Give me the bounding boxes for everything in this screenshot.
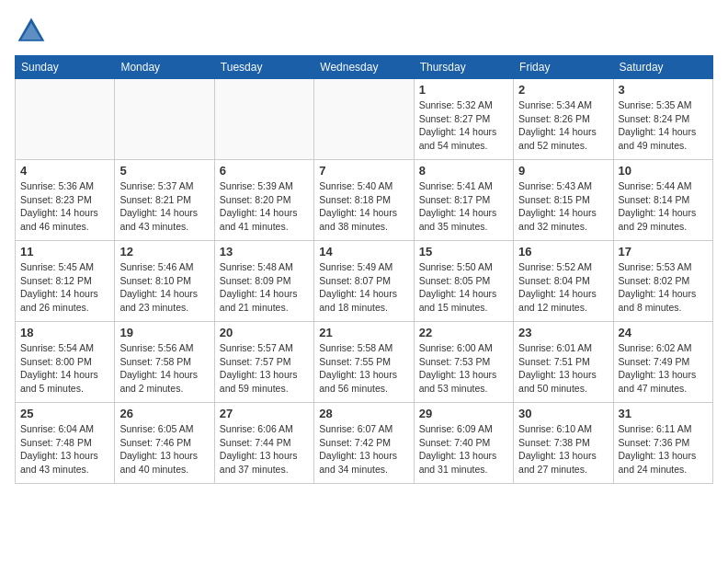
day-number: 26	[119, 407, 209, 420]
calendar-table: SundayMondayTuesdayWednesdayThursdayFrid…	[15, 55, 713, 484]
calendar-cell: 25Sunrise: 6:04 AM Sunset: 7:48 PM Dayli…	[16, 403, 115, 484]
day-number: 25	[20, 407, 109, 420]
day-info: Sunrise: 5:35 AM Sunset: 8:24 PM Dayligh…	[619, 98, 708, 153]
logo	[15, 15, 51, 48]
calendar-cell: 1Sunrise: 5:32 AM Sunset: 8:27 PM Daylig…	[414, 79, 513, 160]
calendar-cell: 28Sunrise: 6:07 AM Sunset: 7:42 PM Dayli…	[314, 403, 414, 484]
day-number: 17	[619, 245, 708, 259]
day-header: Wednesday	[314, 56, 414, 79]
day-header: Saturday	[613, 56, 712, 79]
day-info: Sunrise: 5:58 AM Sunset: 7:55 PM Dayligh…	[319, 341, 408, 396]
calendar-week-row: 4Sunrise: 5:36 AM Sunset: 8:23 PM Daylig…	[16, 160, 713, 241]
day-info: Sunrise: 5:48 AM Sunset: 8:09 PM Dayligh…	[220, 260, 309, 315]
day-number: 28	[319, 407, 408, 420]
day-number: 30	[518, 407, 608, 420]
day-number: 18	[20, 326, 109, 339]
calendar-cell: 19Sunrise: 5:56 AM Sunset: 7:58 PM Dayli…	[115, 322, 214, 403]
day-info: Sunrise: 6:02 AM Sunset: 7:49 PM Dayligh…	[619, 341, 708, 396]
calendar-cell: 24Sunrise: 6:02 AM Sunset: 7:49 PM Dayli…	[613, 322, 712, 403]
calendar-cell: 14Sunrise: 5:49 AM Sunset: 8:07 PM Dayli…	[314, 241, 414, 322]
day-number: 11	[20, 245, 109, 259]
day-info: Sunrise: 5:46 AM Sunset: 8:10 PM Dayligh…	[119, 260, 209, 315]
day-header: Friday	[514, 56, 613, 79]
day-info: Sunrise: 5:39 AM Sunset: 8:20 PM Dayligh…	[220, 179, 309, 234]
calendar-cell: 30Sunrise: 6:10 AM Sunset: 7:38 PM Dayli…	[514, 403, 613, 484]
day-info: Sunrise: 5:54 AM Sunset: 8:00 PM Dayligh…	[20, 341, 109, 396]
day-number: 31	[619, 407, 708, 420]
day-number: 21	[319, 326, 408, 339]
day-info: Sunrise: 5:34 AM Sunset: 8:26 PM Dayligh…	[518, 98, 608, 153]
calendar-cell: 4Sunrise: 5:36 AM Sunset: 8:23 PM Daylig…	[16, 160, 115, 241]
day-header: Sunday	[16, 56, 115, 79]
day-number: 4	[20, 164, 109, 178]
day-info: Sunrise: 6:07 AM Sunset: 7:42 PM Dayligh…	[319, 422, 408, 477]
day-info: Sunrise: 6:04 AM Sunset: 7:48 PM Dayligh…	[20, 422, 109, 477]
day-header: Tuesday	[214, 56, 313, 79]
day-header: Monday	[115, 56, 214, 79]
day-info: Sunrise: 5:37 AM Sunset: 8:21 PM Dayligh…	[119, 179, 209, 234]
day-number: 3	[619, 83, 708, 97]
day-info: Sunrise: 6:05 AM Sunset: 7:46 PM Dayligh…	[119, 422, 209, 477]
calendar-cell: 27Sunrise: 6:06 AM Sunset: 7:44 PM Dayli…	[214, 403, 313, 484]
calendar-cell: 17Sunrise: 5:53 AM Sunset: 8:02 PM Dayli…	[613, 241, 712, 322]
calendar-cell: 29Sunrise: 6:09 AM Sunset: 7:40 PM Dayli…	[414, 403, 513, 484]
calendar-cell: 7Sunrise: 5:40 AM Sunset: 8:18 PM Daylig…	[314, 160, 414, 241]
day-number: 5	[119, 164, 209, 178]
day-info: Sunrise: 6:10 AM Sunset: 7:38 PM Dayligh…	[518, 422, 608, 477]
calendar-week-row: 1Sunrise: 5:32 AM Sunset: 8:27 PM Daylig…	[16, 79, 713, 160]
day-info: Sunrise: 5:49 AM Sunset: 8:07 PM Dayligh…	[319, 260, 408, 315]
calendar-cell: 31Sunrise: 6:11 AM Sunset: 7:36 PM Dayli…	[613, 403, 712, 484]
calendar-cell: 15Sunrise: 5:50 AM Sunset: 8:05 PM Dayli…	[414, 241, 513, 322]
day-info: Sunrise: 5:56 AM Sunset: 7:58 PM Dayligh…	[119, 341, 209, 396]
day-info: Sunrise: 5:45 AM Sunset: 8:12 PM Dayligh…	[20, 260, 109, 315]
day-info: Sunrise: 6:11 AM Sunset: 7:36 PM Dayligh…	[619, 422, 708, 477]
day-number: 9	[518, 164, 608, 178]
day-info: Sunrise: 5:40 AM Sunset: 8:18 PM Dayligh…	[319, 179, 408, 234]
calendar-cell: 23Sunrise: 6:01 AM Sunset: 7:51 PM Dayli…	[514, 322, 613, 403]
day-info: Sunrise: 5:36 AM Sunset: 8:23 PM Dayligh…	[20, 179, 109, 234]
logo-icon	[15, 15, 48, 48]
day-number: 13	[220, 245, 309, 259]
day-info: Sunrise: 5:53 AM Sunset: 8:02 PM Dayligh…	[619, 260, 708, 315]
day-number: 15	[419, 245, 508, 259]
calendar-cell: 2Sunrise: 5:34 AM Sunset: 8:26 PM Daylig…	[514, 79, 613, 160]
calendar-cell: 20Sunrise: 5:57 AM Sunset: 7:57 PM Dayli…	[214, 322, 313, 403]
calendar-cell: 8Sunrise: 5:41 AM Sunset: 8:17 PM Daylig…	[414, 160, 513, 241]
calendar-cell: 22Sunrise: 6:00 AM Sunset: 7:53 PM Dayli…	[414, 322, 513, 403]
calendar-cell	[214, 79, 313, 160]
day-header: Thursday	[414, 56, 513, 79]
calendar-cell: 10Sunrise: 5:44 AM Sunset: 8:14 PM Dayli…	[613, 160, 712, 241]
day-info: Sunrise: 6:09 AM Sunset: 7:40 PM Dayligh…	[419, 422, 508, 477]
calendar-cell	[314, 79, 414, 160]
calendar-cell: 3Sunrise: 5:35 AM Sunset: 8:24 PM Daylig…	[613, 79, 712, 160]
calendar-week-row: 25Sunrise: 6:04 AM Sunset: 7:48 PM Dayli…	[16, 403, 713, 484]
page-header	[15, 15, 713, 48]
day-number: 7	[319, 164, 408, 178]
day-number: 27	[220, 407, 309, 420]
day-number: 10	[619, 164, 708, 178]
day-number: 14	[319, 245, 408, 259]
calendar-week-row: 18Sunrise: 5:54 AM Sunset: 8:00 PM Dayli…	[16, 322, 713, 403]
calendar-cell: 16Sunrise: 5:52 AM Sunset: 8:04 PM Dayli…	[514, 241, 613, 322]
calendar-cell: 18Sunrise: 5:54 AM Sunset: 8:00 PM Dayli…	[16, 322, 115, 403]
day-number: 6	[220, 164, 309, 178]
day-info: Sunrise: 5:41 AM Sunset: 8:17 PM Dayligh…	[419, 179, 508, 234]
day-info: Sunrise: 5:43 AM Sunset: 8:15 PM Dayligh…	[518, 179, 608, 234]
day-info: Sunrise: 6:06 AM Sunset: 7:44 PM Dayligh…	[220, 422, 309, 477]
calendar-cell: 11Sunrise: 5:45 AM Sunset: 8:12 PM Dayli…	[16, 241, 115, 322]
day-number: 8	[419, 164, 508, 178]
calendar-cell	[16, 79, 115, 160]
day-number: 23	[518, 326, 608, 339]
calendar-cell: 12Sunrise: 5:46 AM Sunset: 8:10 PM Dayli…	[115, 241, 214, 322]
calendar-cell: 26Sunrise: 6:05 AM Sunset: 7:46 PM Dayli…	[115, 403, 214, 484]
day-number: 22	[419, 326, 508, 339]
calendar-cell: 6Sunrise: 5:39 AM Sunset: 8:20 PM Daylig…	[214, 160, 313, 241]
calendar-cell	[115, 79, 214, 160]
day-info: Sunrise: 5:44 AM Sunset: 8:14 PM Dayligh…	[619, 179, 708, 234]
calendar-cell: 5Sunrise: 5:37 AM Sunset: 8:21 PM Daylig…	[115, 160, 214, 241]
day-number: 19	[119, 326, 209, 339]
calendar-header-row: SundayMondayTuesdayWednesdayThursdayFrid…	[16, 56, 713, 79]
day-number: 29	[419, 407, 508, 420]
day-info: Sunrise: 5:32 AM Sunset: 8:27 PM Dayligh…	[419, 98, 508, 153]
calendar-cell: 21Sunrise: 5:58 AM Sunset: 7:55 PM Dayli…	[314, 322, 414, 403]
